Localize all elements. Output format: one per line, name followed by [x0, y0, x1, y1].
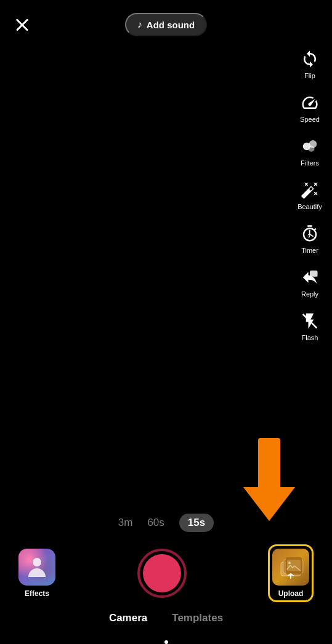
upload-label: Upload: [278, 589, 304, 598]
speed-icon: [299, 92, 321, 114]
upload-icon: [272, 549, 309, 586]
tab-templates[interactable]: Templates: [172, 612, 223, 624]
music-icon: ♪: [137, 19, 142, 30]
duration-15s[interactable]: 15s: [179, 514, 214, 532]
add-sound-button[interactable]: ♪ Add sound: [125, 13, 207, 36]
close-button[interactable]: [10, 12, 34, 37]
reply-icon: [299, 266, 321, 288]
effects-icon: [18, 549, 55, 586]
svg-text:3: 3: [307, 233, 310, 239]
controls-row: Effects Uploa: [0, 544, 332, 602]
svg-point-2: [309, 146, 315, 152]
reply-button[interactable]: Reply: [294, 261, 326, 303]
top-bar: ♪ Add sound: [0, 0, 332, 49]
flip-icon: [299, 48, 321, 70]
flip-button[interactable]: Flip: [294, 43, 326, 84]
record-button[interactable]: [137, 549, 187, 598]
filters-icon: [299, 135, 321, 157]
add-sound-label: Add sound: [147, 20, 195, 30]
timer-icon: 3: [299, 223, 321, 245]
svg-rect-4: [310, 271, 318, 277]
filters-button[interactable]: Filters: [294, 130, 326, 172]
upload-button[interactable]: Upload: [268, 544, 314, 602]
arrow-annotation: [243, 438, 295, 521]
bottom-tabs: Camera Templates: [0, 612, 332, 637]
timer-label: Timer: [301, 247, 318, 254]
flash-label: Flash: [302, 334, 318, 341]
speed-button[interactable]: Speed: [294, 87, 326, 128]
flash-button[interactable]: Flash: [294, 305, 326, 346]
tab-indicator: [164, 640, 168, 644]
tab-camera[interactable]: Camera: [109, 612, 147, 624]
duration-60s[interactable]: 60s: [147, 517, 164, 529]
record-inner: [143, 554, 181, 592]
speed-label: Speed: [300, 116, 320, 123]
effects-label: Effects: [25, 589, 49, 598]
effects-button[interactable]: Effects: [18, 549, 55, 598]
reply-label: Reply: [301, 290, 318, 298]
flip-label: Flip: [304, 72, 315, 79]
timer-button[interactable]: 3 Timer: [294, 218, 326, 259]
duration-3m[interactable]: 3m: [118, 517, 133, 529]
right-sidebar: Flip Speed Filters Beautify: [294, 43, 326, 346]
svg-point-6: [33, 558, 41, 566]
filters-label: Filters: [301, 159, 319, 167]
bottom-area: 3m 60s 15s Effects: [0, 514, 332, 644]
beautify-icon: [299, 179, 321, 201]
beautify-button[interactable]: Beautify: [294, 174, 326, 215]
flash-icon: [299, 310, 321, 332]
svg-point-11: [288, 562, 291, 564]
beautify-label: Beautify: [298, 203, 322, 210]
